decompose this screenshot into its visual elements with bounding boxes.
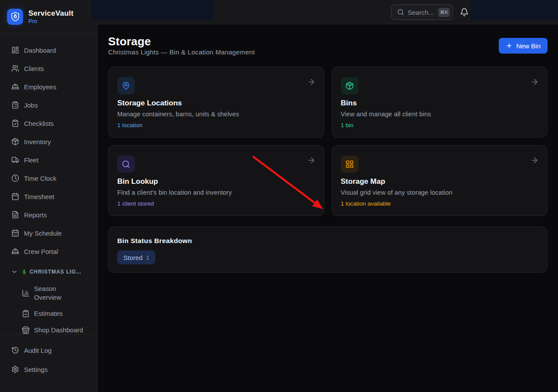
clipboard-check-icon — [11, 119, 19, 127]
search-icon — [397, 9, 404, 16]
sidebar-footer: Audit LogSettings — [0, 334, 97, 392]
sidebar-section-label: CHRISTMAS LIG… — [30, 269, 82, 275]
search-icon — [122, 160, 130, 169]
card-storage-locations[interactable]: Storage LocationsManage containers, barn… — [108, 67, 324, 138]
card-icon-tile — [117, 77, 135, 95]
file-text-icon — [11, 211, 19, 219]
search-box[interactable]: ⌘K — [391, 4, 453, 20]
search-input[interactable] — [408, 9, 435, 16]
card-icon-tile — [341, 155, 358, 173]
arrow-right-icon — [307, 156, 316, 165]
card-bin-lookup[interactable]: Bin LookupFind a client's bin location a… — [108, 145, 324, 216]
cards-grid: Storage LocationsManage containers, barn… — [108, 67, 548, 216]
hard-hat-icon — [11, 247, 19, 255]
settings-icon — [11, 365, 19, 373]
status-badge-stored: Stored1 — [117, 250, 155, 264]
sidebar-item-crew-portal[interactable]: Crew Portal — [0, 245, 97, 257]
sidebar-item-label: Settings — [24, 366, 48, 373]
users-icon — [11, 64, 19, 72]
arrow-right-icon — [530, 156, 539, 165]
main-content: Storage Christmas Lights — Bin & Locatio… — [98, 24, 558, 283]
card-description: Manage containers, barns, units & shelve… — [117, 110, 315, 118]
page-subtitle: Christmas Lights — Bin & Location Manage… — [108, 48, 548, 57]
card-description: Visual grid view of any storage location — [341, 189, 539, 196]
calendar-days-icon — [11, 229, 19, 237]
layout-grid-icon — [345, 160, 354, 169]
sidebar-item-label: Inventory — [24, 138, 51, 145]
new-bin-button[interactable]: New Bin — [499, 38, 548, 54]
sidebar-item-label: Crew Portal — [24, 248, 58, 255]
sidebar-item-dashboard[interactable]: Dashboard — [0, 44, 97, 56]
package-icon — [11, 138, 19, 145]
sidebar-item-reports[interactable]: Reports — [0, 209, 97, 221]
sidebar-item-jobs[interactable]: Jobs — [0, 99, 97, 111]
hard-hat-icon — [11, 83, 19, 91]
card-stat: 1 location — [117, 122, 315, 129]
sidebar-nav: DashboardClientsEmployeesJobsChecklistsI… — [0, 34, 97, 334]
chevron-down-icon — [11, 268, 18, 275]
sidebar-item-label: Time Clock — [24, 175, 56, 182]
sidebar-item-label: Clients — [24, 65, 44, 72]
plus-icon — [506, 42, 513, 49]
store-icon — [22, 326, 30, 334]
sidebar-item-my-schedule[interactable]: My Schedule — [0, 227, 97, 239]
page-title: Storage — [108, 35, 548, 48]
sidebar-item-label: Jobs — [24, 101, 38, 109]
card-icon-tile — [117, 155, 135, 173]
card-description: View and manage all client bins — [341, 110, 539, 118]
layout-dashboard-icon — [11, 46, 19, 54]
brand-name: ServiceVault — [28, 9, 74, 18]
sidebar-item-employees[interactable]: Employees — [0, 81, 97, 93]
card-bins[interactable]: BinsView and manage all client bins1 bin — [332, 67, 548, 138]
sidebar-item-settings[interactable]: Settings — [0, 363, 97, 375]
sidebar-item-inventory[interactable]: Inventory — [0, 135, 97, 148]
sidebar-item-label: Timesheet — [24, 193, 54, 200]
sidebar-item-label: Checklists — [24, 120, 54, 127]
sidebar-subitem-label: Estimates — [34, 309, 63, 318]
sidebar-item-label: Dashboard — [24, 47, 56, 54]
sidebar-item-time-clock[interactable]: Time Clock — [0, 172, 97, 184]
bell-icon[interactable] — [460, 8, 469, 17]
card-stat: 1 location available — [341, 200, 539, 207]
arrow-right-icon — [307, 78, 316, 86]
sidebar-item-clients[interactable]: Clients — [0, 62, 97, 74]
badge-label: Stored — [123, 254, 143, 261]
chart-column-icon — [22, 289, 30, 297]
sidebar-subitem-estimates[interactable]: Estimates — [0, 308, 97, 320]
card-icon-tile — [341, 77, 358, 95]
sidebar-item-label: Reports — [24, 211, 47, 219]
clipboard-list-icon — [11, 101, 19, 109]
card-title: Bin Lookup — [117, 177, 315, 186]
sidebar: ServiceVault Pro DashboardClientsEmploye… — [0, 0, 98, 392]
sidebar-item-checklists[interactable]: Checklists — [0, 117, 97, 129]
page-head: Storage Christmas Lights — Bin & Locatio… — [108, 35, 548, 57]
card-title: Storage Map — [341, 177, 539, 186]
sidebar-item-label: Fleet — [24, 156, 38, 164]
sidebar-item-audit-log[interactable]: Audit Log — [0, 344, 97, 356]
card-title: Storage Locations — [117, 98, 315, 108]
sidebar-subitem-season-overview[interactable]: Season Overview — [0, 283, 97, 303]
clipboard-check-icon — [22, 310, 30, 318]
truck-icon — [11, 156, 19, 164]
package-icon — [345, 81, 354, 90]
card-stat: 1 client stored — [117, 200, 315, 207]
breakdown-title: Bin Status Breakdown — [117, 237, 538, 245]
sidebar-item-timesheet[interactable]: Timesheet — [0, 190, 97, 203]
bin-status-breakdown-card: Bin Status Breakdown Stored1 — [108, 226, 548, 273]
sidebar-section-christmas-lights[interactable]: CHRISTMAS LIG… — [0, 266, 97, 278]
badges-row: Stored1 — [117, 250, 538, 264]
topbar-decor-left — [92, 0, 214, 20]
clock-icon — [11, 174, 19, 182]
sidebar-item-label: Audit Log — [24, 347, 51, 354]
card-title: Bins — [341, 98, 539, 108]
brand[interactable]: ServiceVault Pro — [0, 0, 97, 34]
card-storage-map[interactable]: Storage MapVisual grid view of any stora… — [332, 145, 548, 216]
sidebar-item-label: Employees — [24, 83, 56, 91]
sidebar-subitem-shop-dashboard[interactable]: Shop Dashboard — [0, 324, 97, 334]
map-pin-icon — [122, 81, 130, 90]
sidebar-item-fleet[interactable]: Fleet — [0, 154, 97, 166]
arrow-right-icon — [530, 78, 539, 86]
brand-logo — [7, 9, 23, 25]
shield-lock-icon — [10, 11, 20, 22]
brand-plan: Pro — [28, 18, 74, 24]
